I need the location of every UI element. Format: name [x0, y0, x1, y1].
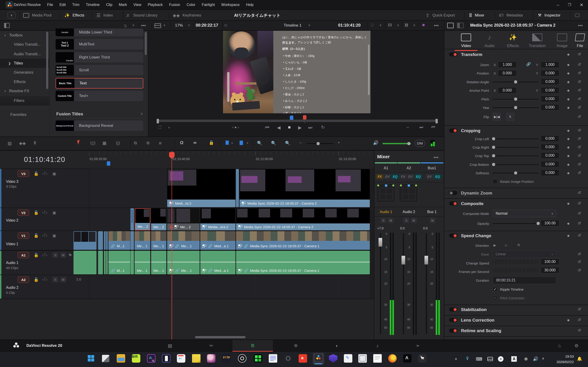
mixer-name-bus1[interactable]: Bus 1	[421, 208, 443, 216]
taskbar-app-anime[interactable]	[207, 354, 216, 363]
page-color[interactable]: ◑	[332, 342, 341, 349]
rotation-input[interactable]: 0.000	[541, 78, 559, 85]
timeline-clip-v1-c[interactable]	[104, 231, 106, 250]
scrub-handle-right[interactable]	[435, 119, 438, 123]
opacity-input[interactable]: 100.00	[541, 220, 559, 226]
menu-file[interactable]: File	[47, 3, 53, 7]
mixer-solo-a1[interactable]: S	[380, 218, 386, 223]
sidebar-item-titles[interactable]: ❯Titles	[0, 59, 49, 68]
yaw-input[interactable]: 0.000	[541, 104, 559, 110]
taskbar-app-llama[interactable]: 🦙	[418, 354, 426, 363]
menu-view[interactable]: View	[133, 3, 141, 7]
taskbar-clock[interactable]: 19:53 2026/02/22	[553, 354, 574, 365]
insert-clip-icon[interactable]: ⧉	[134, 141, 137, 145]
timeline-clip-v3-3[interactable]: Media Sync 2026-02-22-18:05:37 - Camera …	[240, 169, 370, 207]
menu-clip[interactable]: Clip	[106, 3, 112, 7]
keyframe-view-icon[interactable]: ◈◈	[19, 141, 26, 146]
scopes-icon[interactable]: 🖾	[405, 23, 408, 27]
timeline-marker[interactable]	[107, 161, 110, 166]
title-item-right-lower-third[interactable]: Sample Right Lower Third	[56, 52, 143, 63]
taskbar-app-a[interactable]: a	[299, 354, 307, 363]
stop-icon[interactable]: ■	[288, 125, 291, 130]
lock-icon[interactable]: 🔓	[34, 210, 39, 215]
menu-fairlight[interactable]: Fairlight	[202, 3, 215, 7]
transform-tool-icon[interactable]: ⛶	[158, 125, 161, 130]
effects-button[interactable]: ✨ Effects	[64, 10, 84, 21]
viewer-marker-blue[interactable]	[290, 116, 293, 120]
mixer-mute-bus1[interactable]: M	[430, 218, 435, 223]
taskbar-app-doc[interactable]	[373, 354, 382, 363]
mixer-value-a2[interactable]: 0.0	[400, 226, 405, 230]
tray-mic-icon[interactable]: 🎙	[465, 356, 470, 361]
marker-icon[interactable]	[240, 141, 243, 145]
overwrite-clip-icon[interactable]: ⧉	[147, 141, 149, 145]
timeline-clip-v1-g[interactable]: Me... 1	[135, 231, 150, 250]
taskbar-app-journal[interactable]	[358, 354, 367, 363]
position-x-input[interactable]: 0.000	[498, 70, 517, 76]
timeline-timecode[interactable]: 01:10:41:20	[338, 23, 361, 28]
title-item-middle-lower-third[interactable]: Sample Middle Lower Third	[56, 28, 143, 36]
ripple-checkbox[interactable]: ✓	[493, 287, 497, 292]
crop-top-slider[interactable]	[493, 156, 539, 156]
tray-globe-icon[interactable]: ⊕	[524, 356, 528, 361]
pan-control-a2[interactable]	[399, 183, 418, 203]
inspector-tab-file[interactable]: File	[569, 33, 588, 48]
sound-library-button[interactable]: ♬ Sound Library	[126, 10, 157, 21]
mute-button[interactable]: M	[60, 277, 66, 282]
timeline-clip-v2-5[interactable]: Media Sync 2026-02-22-18:05:37 - Camera …	[236, 208, 370, 230]
filmstrip-icon[interactable]: ▣	[52, 233, 56, 238]
transform-toggle[interactable]	[449, 52, 457, 56]
eq-chip-bus1[interactable]: EQ	[434, 174, 441, 180]
timeline-clip-v2-2[interactable]: Me... 2	[151, 208, 166, 230]
timeline-clip-a1-k[interactable]: 🔗Media Sync 2026-02-22-18:05:37 - Camera…	[236, 251, 370, 274]
page-fairlight[interactable]: ♪	[373, 342, 382, 349]
menu-edit[interactable]: Edit	[60, 3, 66, 7]
fader-knob-bus1[interactable]	[424, 256, 428, 265]
razor-icon[interactable]: ▦	[103, 141, 106, 146]
timeline-ruler[interactable]: 01:09:20:00 01:10:40:00 01:12:00:00 01:1…	[89, 151, 374, 168]
timeline-clip-v1-f[interactable]	[130, 231, 134, 250]
panel-toggle-icon[interactable]: ∨	[8, 12, 15, 18]
loop-icon[interactable]: ↻	[321, 125, 325, 130]
lock-icon[interactable]: 🔓	[34, 233, 39, 238]
tray-keyboard-icon[interactable]: ⌨	[476, 357, 482, 362]
auto-select-icon[interactable]: ‹ᛏ›	[42, 233, 47, 238]
tree-scrollbar[interactable]	[46, 32, 48, 89]
snapping-icon[interactable]: Ω	[180, 140, 183, 145]
title-item-text-plus[interactable]: Custom Title Text+	[56, 91, 143, 101]
list-scrollbar[interactable]	[145, 32, 147, 55]
viewer-playhead-pin[interactable]	[303, 115, 306, 119]
go-to-end-icon[interactable]: ⏭	[308, 125, 312, 130]
mixer-name-a1[interactable]: Audio 1	[375, 208, 397, 216]
tray-expand-icon[interactable]: ∧	[455, 357, 457, 361]
taskbar-app-te[interactable]: TE⁂	[147, 354, 156, 363]
menu-playback[interactable]: Playback	[148, 3, 163, 7]
timeline-clip-v2-1[interactable]: Me... 2	[135, 208, 150, 230]
video-preview[interactable]: はい、肉じゃがの作り方ですね！基本のレシピから、美味しく作るコツ、アレンジまで詳…	[223, 31, 371, 113]
go-to-start-icon[interactable]: ⏮	[265, 125, 269, 130]
inspector-tab-effects[interactable]: ✨ Effects	[502, 33, 524, 48]
opacity-slider[interactable]	[493, 223, 539, 224]
taskbar-app-green[interactable]: 録画	[132, 354, 140, 363]
fx-icon[interactable]: fx	[69, 253, 72, 257]
taskbar-start-button[interactable]	[87, 354, 95, 363]
mixer-value-a1[interactable]: +7.0	[377, 226, 384, 230]
fader-knob-a2[interactable]	[401, 256, 405, 265]
keyframes-button[interactable]: ◈◈ Keyframes	[173, 10, 201, 21]
timeline-timecode-display[interactable]: 01:10:41:20	[0, 151, 89, 168]
change-speed-slider[interactable]	[493, 260, 539, 264]
timeline-clip-v2-4[interactable]: Media...era 2	[200, 208, 235, 230]
fx-chip-a2[interactable]: FX	[399, 174, 407, 180]
link-xy-icon[interactable]: 🔗	[526, 62, 531, 66]
pitch-input[interactable]: 0.000	[541, 96, 559, 102]
voiceover-icon[interactable]: 🎙	[33, 141, 37, 146]
options-icon[interactable]: •••	[141, 23, 146, 28]
metadata-button[interactable]: 🏷 Metadata	[499, 10, 523, 21]
auto-select-icon[interactable]: ‹ᛏ›	[42, 210, 47, 215]
mixer-value-bus1[interactable]: 0.0	[423, 226, 427, 230]
inspector-tab-video[interactable]: Video	[455, 33, 477, 51]
timeline-clip-a1-g[interactable]: Me... 1	[135, 251, 150, 274]
solo-button[interactable]: S	[52, 252, 58, 258]
mixer-options-icon[interactable]: •••	[434, 155, 439, 160]
timeline-clip-a1-e[interactable]: 🔗M...1	[108, 251, 130, 274]
